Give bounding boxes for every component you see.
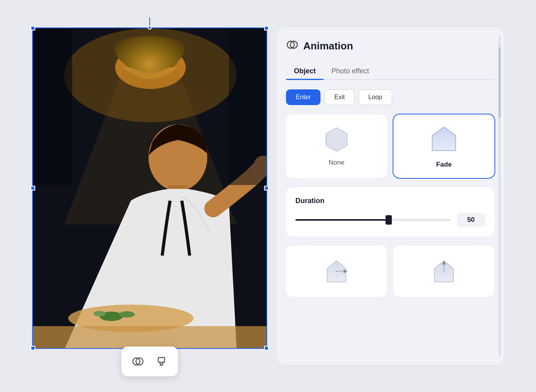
handle-middle-right[interactable] — [264, 186, 269, 191]
fade-icon — [428, 124, 460, 155]
slider-thumb[interactable] — [386, 215, 392, 225]
anim-fade-label: Fade — [436, 161, 452, 169]
handle-bottom-right[interactable] — [264, 346, 269, 350]
none-icon — [323, 126, 350, 153]
rotation-line — [149, 17, 150, 27]
workspace: Animation Object Photo effect Enter Exit… — [16, 12, 520, 380]
svg-rect-18 — [160, 362, 163, 364]
svg-rect-17 — [158, 358, 165, 362]
scrollbar-thumb[interactable] — [498, 47, 501, 118]
duration-section: Duration 50 — [286, 187, 494, 236]
scrollbar[interactable] — [498, 35, 501, 357]
slider-row: 50 — [295, 213, 485, 227]
handle-bottom-left[interactable] — [31, 346, 35, 350]
brush-toolbar-button[interactable] — [151, 351, 172, 372]
slider-fill — [295, 219, 389, 221]
handle-middle-left[interactable] — [31, 186, 35, 191]
slider-track — [295, 219, 451, 221]
handle-top-center-rotate[interactable] — [148, 26, 152, 30]
animation-panel-icon — [286, 38, 299, 54]
segment-exit[interactable]: Exit — [324, 89, 355, 105]
animation-panel: Animation Object Photo effect Enter Exit… — [277, 27, 504, 365]
segment-loop[interactable]: Loop — [359, 89, 392, 105]
svg-rect-11 — [229, 28, 266, 185]
animation-options-grid: None Fade — [286, 114, 494, 178]
handle-top-right[interactable] — [264, 26, 269, 31]
anim-none-label: None — [329, 159, 345, 167]
svg-point-4 — [135, 57, 150, 66]
svg-point-13 — [119, 311, 135, 318]
anim-rise-in[interactable] — [393, 246, 494, 297]
anim-slide-in[interactable] — [286, 246, 387, 297]
panel-header: Animation — [286, 38, 494, 54]
animation-toolbar-button[interactable] — [128, 351, 148, 372]
handle-top-left[interactable] — [31, 26, 35, 31]
anim-option-none[interactable]: None — [286, 114, 387, 178]
svg-marker-21 — [326, 128, 347, 151]
image-container — [32, 27, 267, 349]
tab-object[interactable]: Object — [286, 63, 324, 79]
segment-group: Enter Exit Loop — [286, 89, 494, 105]
tab-bar: Object Photo effect — [286, 63, 494, 80]
tab-photo-effect[interactable]: Photo effect — [324, 63, 377, 79]
panel-title: Animation — [303, 40, 353, 52]
svg-point-14 — [94, 311, 105, 316]
bottom-animation-grid — [286, 246, 494, 297]
duration-label: Duration — [295, 197, 485, 205]
svg-rect-10 — [33, 28, 72, 185]
bottom-toolbar — [121, 347, 178, 376]
anim-option-fade[interactable]: Fade — [393, 114, 494, 178]
segment-enter[interactable]: Enter — [286, 89, 321, 105]
duration-value[interactable]: 50 — [457, 213, 485, 227]
canvas-area — [32, 27, 267, 349]
chef-image — [33, 28, 266, 348]
svg-rect-9 — [33, 326, 266, 348]
slider-container[interactable] — [295, 216, 451, 224]
